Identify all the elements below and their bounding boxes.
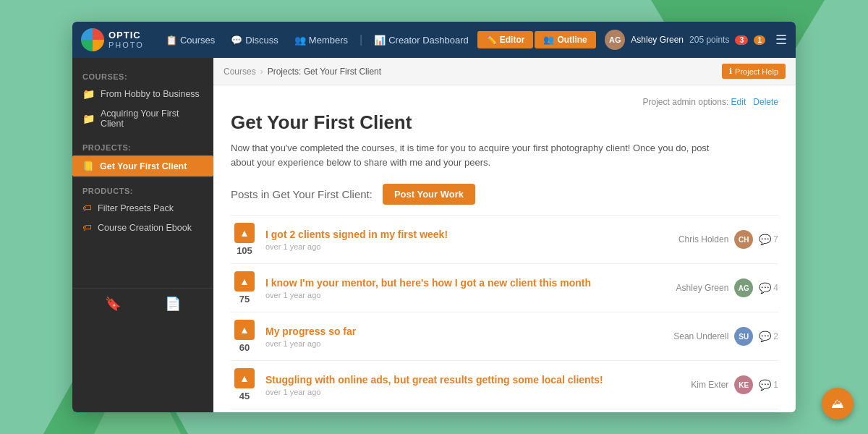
breadcrumb: Courses › Projects: Get Your First Clien… [213,58,796,85]
post-your-work-button[interactable]: Post Your Work [383,184,475,205]
post-author-2: Sean Underell [673,331,728,341]
post-avatar-0: CH [734,230,753,249]
sidebar-item-hobby[interactable]: 📁 From Hobby to Business [72,84,213,104]
app-name: OPTIC [109,30,144,41]
comment-icon-1: 💬 [759,282,771,294]
list-item: ▲ 45 Stuggling with online ads, but grea… [231,360,778,409]
comment-icon-3: 💬 [759,379,771,391]
post-vote-0: ▲ 105 [231,223,258,256]
nav-courses[interactable]: 📋 Courses [158,30,222,50]
user-avatar: AG [605,30,625,50]
comment-icon-0: 💬 [759,234,771,245]
post-right-1: Ashley Green AG 💬 4 [676,278,778,297]
vote-count-1: 75 [239,294,250,305]
list-item: ▲ 30 Multiple leads, but no signed deals… [231,409,778,412]
nav-right: AG Ashley Green 205 points 3 1 ☰ [605,30,787,50]
post-vote-2: ▲ 60 [231,320,258,353]
post-vote-1: ▲ 75 [231,271,258,305]
list-item: ▲ 105 I got 2 clients signed in my first… [231,215,778,263]
product-icon-2: 🏷 [82,222,92,233]
comment-icon-2: 💬 [759,331,771,342]
nav-divider: | [359,33,362,46]
post-time-1: over 1 year ago [265,291,669,299]
sidebar-item-first-client[interactable]: 📁 Acquiring Your First Client [72,104,213,133]
post-title-1[interactable]: I know I'm your mentor, but here's how I… [265,277,669,289]
outline-icon: 👥 [543,35,554,45]
comment-count-2: 2 [773,331,778,341]
sidebar-item-course-creation[interactable]: 🏷 Course Creation Ebook [72,218,213,237]
vote-count-3: 45 [239,391,250,401]
post-title-0[interactable]: I got 2 clients signed in my first week! [265,229,671,240]
post-right-3: Kim Exter KE 💬 1 [691,375,778,394]
sidebar: Courses: 📁 From Hobby to Business 📁 Acqu… [72,58,213,412]
courses-icon: 📋 [166,35,177,46]
folder-icon-2: 📁 [82,113,95,124]
vote-arrow-2[interactable]: ▲ [234,320,255,340]
posts-header: Posts in Get Your First Client: Post You… [231,184,778,205]
post-vote-3: ▲ 45 [231,368,258,401]
products-section-label: Products: [72,182,213,198]
app-window: OPTIC PHOTO 📋 Courses 💬 Discuss 👥 Member… [72,22,796,412]
comment-count-1: 4 [773,283,778,293]
project-icon-active: 📒 [82,161,94,171]
comment-count-3: 1 [773,380,778,390]
editor-button[interactable]: ✏️ Editor [477,31,534,48]
breadcrumb-sep: › [260,67,263,77]
document-icon[interactable]: 📄 [165,296,181,312]
post-time-0: over 1 year ago [265,242,671,251]
logo-icon [81,28,104,51]
content-scroll: Project admin options: Edit Delete Get Y… [213,85,796,412]
message-badge[interactable]: 1 [754,35,765,45]
page-description: Now that you've completed the courses, i… [231,141,723,169]
delete-link[interactable]: Delete [753,97,778,107]
vote-arrow-0[interactable]: ▲ [234,223,255,243]
breadcrumb-current: Projects: Get Your First Client [268,67,381,77]
post-avatar-3: KE [734,375,753,394]
post-comments-0: 💬 7 [759,234,778,245]
comment-count-0: 7 [773,234,778,244]
post-author-0: Chris Holden [678,234,728,244]
sidebar-item-project-active[interactable]: 📒 Get Your First Client [72,156,213,176]
post-title-3[interactable]: Stuggling with online ads, but great res… [265,374,684,386]
post-time-2: over 1 year ago [265,339,666,348]
content-area: Courses › Projects: Get Your First Clien… [213,58,796,412]
help-icon: ℹ [729,67,732,76]
nav-creator-dashboard[interactable]: 📊 Creator Dashboard [367,30,476,50]
courses-section-label: Courses: [72,68,213,84]
notification-badge[interactable]: 3 [735,35,748,45]
vote-arrow-3[interactable]: ▲ [234,368,255,388]
main-body: Courses: 📁 From Hobby to Business 📁 Acqu… [72,58,796,412]
app-subname: PHOTO [109,41,144,49]
vote-count-2: 60 [239,342,250,353]
product-icon-1: 🏷 [82,203,92,213]
nav-discuss[interactable]: 💬 Discuss [224,30,286,50]
nav-members[interactable]: 👥 Members [287,30,355,50]
edit-link[interactable]: Edit [731,97,746,107]
sidebar-item-filter-presets[interactable]: 🏷 Filter Presets Pack [72,198,213,218]
bookmark-icon[interactable]: 🔖 [105,296,121,312]
hamburger-menu[interactable]: ☰ [775,32,787,48]
projects-section-label: Projects: [72,139,213,155]
post-comments-1: 💬 4 [759,282,778,294]
list-item: ▲ 60 My progress so far over 1 year ago … [231,312,778,360]
posts-header-label: Posts in Get Your First Client: [231,188,373,200]
project-admin-options: Project admin options: Edit Delete [231,97,778,107]
user-points: 205 points [689,35,729,45]
logo-text: OPTIC PHOTO [109,30,144,49]
post-content-2: My progress so far over 1 year ago [265,326,666,348]
folder-icon: 📁 [82,88,95,100]
nav-links: 📋 Courses 💬 Discuss 👥 Members | 📊 Creato… [158,30,597,50]
post-avatar-2: SU [734,327,753,346]
project-help-button[interactable]: ℹ Project Help [722,64,786,79]
post-author-1: Ashley Green [676,283,729,293]
vote-arrow-1[interactable]: ▲ [234,271,255,292]
user-name: Ashley Green [631,35,684,45]
outline-button[interactable]: 👥 Outline [535,31,595,48]
post-title-2[interactable]: My progress so far [265,326,666,337]
breadcrumb-home[interactable]: Courses [224,67,256,77]
fab-button[interactable]: ⛰ [822,388,854,420]
post-right-0: Chris Holden CH 💬 7 [678,230,778,249]
post-comments-2: 💬 2 [759,331,778,342]
list-item: ▲ 75 I know I'm your mentor, but here's … [231,263,778,312]
posts-list: ▲ 105 I got 2 clients signed in my first… [231,215,778,412]
